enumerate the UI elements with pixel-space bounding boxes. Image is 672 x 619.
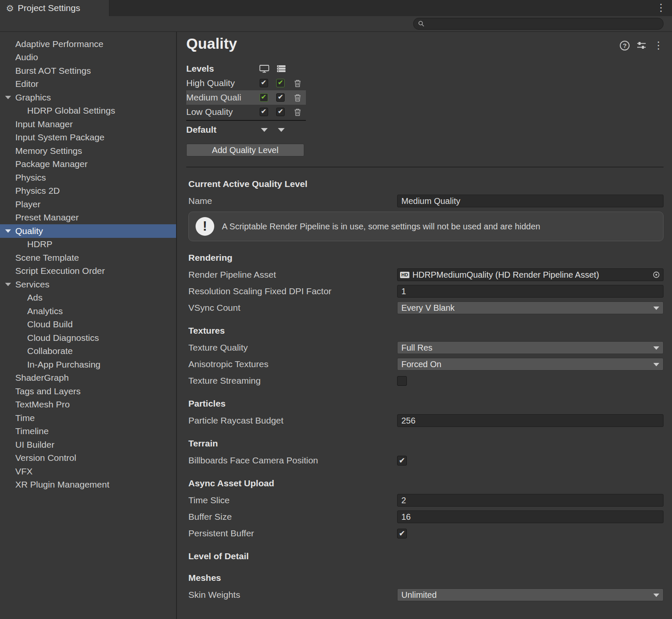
quality-level-row-low[interactable]: Low Quality <box>186 105 306 119</box>
sidebar-item-hdrp-global-settings[interactable]: HDRP Global Settings <box>0 104 176 118</box>
sidebar-item-textmesh-pro[interactable]: TextMesh Pro <box>0 398 176 412</box>
sidebar-item-preset-manager[interactable]: Preset Manager <box>0 211 176 225</box>
foldout-triangle-icon[interactable] <box>5 229 11 233</box>
sidebar-item-shadergraph[interactable]: ShaderGraph <box>0 371 176 385</box>
sidebar-item-time[interactable]: Time <box>0 411 176 425</box>
billboards-face-camera-checkbox[interactable] <box>397 456 407 466</box>
default-quality-checkbox[interactable] <box>276 93 285 102</box>
sidebar-item-in-app-purchasing[interactable]: In-App Purchasing <box>0 358 176 371</box>
sidebar-item-ui-builder[interactable]: UI Builder <box>0 438 176 452</box>
sidebar-item-quality[interactable]: Quality <box>0 224 176 238</box>
sidebar-item-input-system-package[interactable]: Input System Package <box>0 131 176 145</box>
titlebar: ⚙ Project Settings ⋮ <box>0 0 672 16</box>
section-header-level-of-detail: Level of Detail <box>188 551 664 561</box>
render-pipeline-asset-field[interactable]: HD HDRPMediumQuality (HD Render Pipeline… <box>397 268 664 281</box>
sidebar-item-player[interactable]: Player <box>0 198 176 211</box>
sidebar-item-services[interactable]: Services <box>0 278 176 291</box>
sidebar-item-burst-aot-settings[interactable]: Burst AOT Settings <box>0 64 176 78</box>
section-header-terrain: Terrain <box>188 438 664 449</box>
sidebar-item-input-manager[interactable]: Input Manager <box>0 117 176 131</box>
section-header-async-asset-upload: Async Asset Upload <box>188 478 664 488</box>
dpi-factor-field[interactable]: 1 <box>397 285 664 298</box>
anisotropic-textures-dropdown[interactable]: Forced On <box>397 358 664 371</box>
object-picker-icon[interactable] <box>652 271 660 281</box>
quality-settings-panel: Quality ? ⋮ Levels <box>177 32 672 619</box>
desktop-platform-icon <box>256 64 273 73</box>
billboards-face-camera-row: Billboards Face Camera Position <box>188 454 664 467</box>
warning-icon: ! <box>196 217 214 236</box>
skin-weights-row: Skin Weights Unlimited <box>188 588 664 601</box>
default-quality-checkbox-green[interactable] <box>276 79 285 87</box>
texture-quality-dropdown[interactable]: Full Res <box>397 341 664 354</box>
levels-header: Levels <box>186 64 256 74</box>
texture-streaming-row: Texture Streaming <box>188 374 664 387</box>
default-dropdown-icon[interactable] <box>261 128 268 132</box>
sidebar-item-package-manager[interactable]: Package Manager <box>0 158 176 171</box>
persistent-buffer-label: Persistent Buffer <box>188 528 397 538</box>
trash-icon[interactable] <box>289 79 306 87</box>
skin-weights-dropdown[interactable]: Unlimited <box>397 588 664 601</box>
skin-weights-label: Skin Weights <box>188 590 397 600</box>
sidebar-item-version-control[interactable]: Version Control <box>0 452 176 465</box>
panel-menu-icon[interactable]: ⋮ <box>653 40 664 50</box>
project-settings-window: ⚙ Project Settings ⋮ Adaptive Performanc… <box>0 0 672 619</box>
section-header-particles: Particles <box>188 399 664 409</box>
sidebar-item-vfx[interactable]: VFX <box>0 465 176 478</box>
quality-level-row-medium[interactable]: Medium Quali <box>186 90 306 105</box>
sidebar-item-cloud-build[interactable]: Cloud Build <box>0 318 176 332</box>
search-field[interactable] <box>413 18 664 30</box>
sidebar-item-script-execution-order[interactable]: Script Execution Order <box>0 265 176 278</box>
section-header-meshes: Meshes <box>188 573 664 583</box>
dpi-factor-row: Resolution Scaling Fixed DPI Factor 1 <box>188 285 664 298</box>
texture-streaming-checkbox[interactable] <box>397 376 407 386</box>
name-row: Name Medium Quality <box>188 195 664 207</box>
foldout-triangle-icon[interactable] <box>5 96 11 99</box>
default-quality-checkbox[interactable] <box>260 108 268 116</box>
search-icon <box>418 20 425 27</box>
particle-raycast-budget-row: Particle Raycast Budget 256 <box>188 414 664 427</box>
sidebar-item-hdrp[interactable]: HDRP <box>0 238 176 251</box>
quality-levels: Levels High Quality <box>186 61 664 156</box>
tab-project-settings[interactable]: ⚙ Project Settings <box>0 0 109 16</box>
srp-info-text: A Scriptable Render Pipeline is in use, … <box>222 222 540 231</box>
time-slice-field[interactable]: 2 <box>397 494 664 507</box>
sidebar-item-memory-settings[interactable]: Memory Settings <box>0 144 176 158</box>
preset-icon[interactable] <box>636 41 647 50</box>
quality-level-row-high[interactable]: High Quality <box>186 76 306 90</box>
quality-name-field[interactable]: Medium Quality <box>397 195 664 207</box>
vsync-count-row: VSync Count Every V Blank <box>188 301 664 314</box>
sidebar-item-analytics[interactable]: Analytics <box>0 304 176 318</box>
sidebar-item-adaptive-performance[interactable]: Adaptive Performance <box>0 37 176 51</box>
vsync-count-dropdown[interactable]: Every V Blank <box>397 301 664 314</box>
particle-raycast-budget-field[interactable]: 256 <box>397 414 664 427</box>
window-menu-icon[interactable]: ⋮ <box>656 2 666 14</box>
sidebar-item-audio[interactable]: Audio <box>0 51 176 64</box>
help-icon[interactable]: ? <box>620 41 630 50</box>
sidebar-item-physics[interactable]: Physics <box>0 171 176 184</box>
search-input[interactable] <box>428 20 659 28</box>
sidebar-item-graphics[interactable]: Graphics <box>0 91 176 104</box>
time-slice-row: Time Slice 2 <box>188 494 664 507</box>
sidebar-item-xr-plugin-management[interactable]: XR Plugin Management <box>0 478 176 492</box>
add-quality-level-button[interactable]: Add Quality Level <box>186 144 304 156</box>
foldout-triangle-icon[interactable] <box>5 283 11 286</box>
sidebar-item-editor[interactable]: Editor <box>0 78 176 91</box>
sidebar-item-timeline[interactable]: Timeline <box>0 425 176 438</box>
vsync-count-label: VSync Count <box>188 303 397 313</box>
sidebar-item-tags-and-layers[interactable]: Tags and Layers <box>0 385 176 398</box>
persistent-buffer-checkbox[interactable] <box>397 529 407 538</box>
render-pipeline-asset-row: Render Pipeline Asset HD HDRPMediumQuali… <box>188 268 664 281</box>
trash-icon[interactable] <box>289 108 306 116</box>
sidebar-item-cloud-diagnostics[interactable]: Cloud Diagnostics <box>0 331 176 345</box>
default-quality-checkbox-green[interactable] <box>260 93 268 102</box>
default-dropdown-icon[interactable] <box>278 128 285 132</box>
default-quality-checkbox[interactable] <box>276 108 285 116</box>
sidebar-item-physics-2d[interactable]: Physics 2D <box>0 184 176 198</box>
buffer-size-field[interactable]: 16 <box>397 510 664 523</box>
sidebar-item-scene-template[interactable]: Scene Template <box>0 251 176 265</box>
trash-icon[interactable] <box>289 94 306 102</box>
sidebar-item-ads[interactable]: Ads <box>0 291 176 305</box>
sidebar-item-collaborate[interactable]: Collaborate <box>0 345 176 358</box>
default-quality-checkbox[interactable] <box>260 79 268 87</box>
texture-streaming-label: Texture Streaming <box>188 376 397 386</box>
